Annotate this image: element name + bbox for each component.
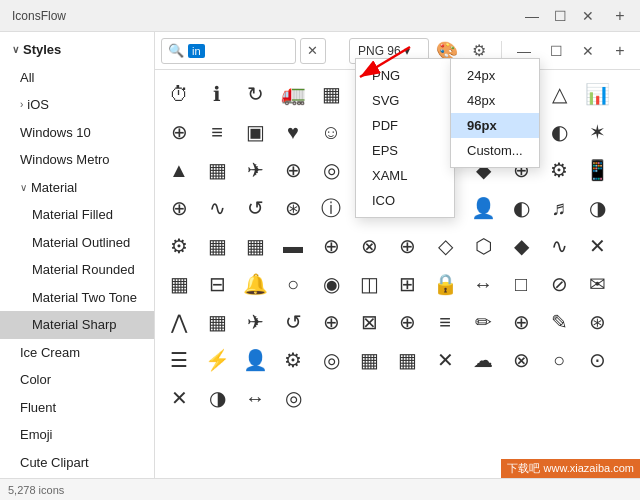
sidebar-item-material-outlined[interactable]: Material Outlined xyxy=(0,229,154,257)
sidebar-item-material-two-tone[interactable]: Material Two Tone xyxy=(0,284,154,312)
icon-cell[interactable]: ▦ xyxy=(199,304,235,340)
sidebar-item-material-filled[interactable]: Material Filled xyxy=(0,201,154,229)
format-ico[interactable]: ICO xyxy=(356,188,454,213)
icon-cell[interactable]: ⬡ xyxy=(465,228,501,264)
icon-cell[interactable]: ⊠ xyxy=(351,304,387,340)
sidebar-item-ice-cream[interactable]: Ice Cream xyxy=(0,339,154,367)
icon-cell[interactable]: ◎ xyxy=(313,342,349,378)
search-input[interactable] xyxy=(209,44,289,58)
icon-cell[interactable]: ◑ xyxy=(579,190,615,226)
icon-cell[interactable]: ↔ xyxy=(237,380,273,416)
icon-cell[interactable]: ☰ xyxy=(161,342,197,378)
icon-cell[interactable]: ✏ xyxy=(465,304,501,340)
icon-cell[interactable]: ↺ xyxy=(275,304,311,340)
sidebar-item-emoji[interactable]: Emoji xyxy=(0,421,154,449)
icon-cell[interactable]: ✶ xyxy=(579,114,615,150)
icon-cell[interactable]: ✕ xyxy=(161,380,197,416)
icon-cell[interactable]: ≡ xyxy=(199,114,235,150)
icon-cell[interactable]: ⊕ xyxy=(389,228,425,264)
icon-cell[interactable]: ▬ xyxy=(275,228,311,264)
search-box[interactable]: 🔍 in xyxy=(161,38,296,64)
sidebar-item-all[interactable]: All xyxy=(0,64,154,92)
icon-cell[interactable]: ☁ xyxy=(465,342,501,378)
icon-cell[interactable]: ↺ xyxy=(237,190,273,226)
icon-cell[interactable]: ⊛ xyxy=(275,190,311,226)
icon-cell[interactable]: ▦ xyxy=(237,228,273,264)
icon-cell[interactable]: ⊕ xyxy=(503,304,539,340)
sidebar-item-ios[interactable]: › iOS xyxy=(0,91,154,119)
sidebar-item-color[interactable]: Color xyxy=(0,366,154,394)
minimize-button[interactable]: — xyxy=(518,2,546,30)
sidebar-styles-header[interactable]: ∨ Styles xyxy=(0,36,154,64)
icon-cell[interactable]: ⋀ xyxy=(161,304,197,340)
icon-cell[interactable]: ◇ xyxy=(427,228,463,264)
icon-cell[interactable]: ▦ xyxy=(161,266,197,302)
sidebar-item-material-sharp[interactable]: Material Sharp xyxy=(0,311,154,339)
format-xaml[interactable]: XAML xyxy=(356,163,454,188)
icon-cell[interactable]: ◐ xyxy=(541,114,577,150)
icon-cell[interactable]: ◑ xyxy=(199,380,235,416)
icon-cell[interactable]: 🔔 xyxy=(237,266,273,302)
icon-cell[interactable]: ⊗ xyxy=(351,228,387,264)
icon-cell[interactable]: ♬ xyxy=(541,190,577,226)
format-eps[interactable]: EPS xyxy=(356,138,454,163)
icon-cell[interactable]: ⊕ xyxy=(161,114,197,150)
icon-cell[interactable]: ✕ xyxy=(579,228,615,264)
icon-cell[interactable]: 📱 xyxy=(579,152,615,188)
icon-cell[interactable]: ⊛ xyxy=(579,304,615,340)
icon-cell[interactable]: ▣ xyxy=(237,114,273,150)
icon-cell[interactable]: ⓘ xyxy=(313,190,349,226)
icon-cell[interactable]: ✉ xyxy=(579,266,615,302)
toolbar-add-button[interactable]: + xyxy=(606,37,634,65)
icon-cell[interactable]: ◐ xyxy=(503,190,539,226)
icon-cell[interactable]: ○ xyxy=(275,266,311,302)
icon-cell[interactable]: ⚡ xyxy=(199,342,235,378)
icon-cell[interactable]: ⊕ xyxy=(275,152,311,188)
icon-cell[interactable]: ⊟ xyxy=(199,266,235,302)
icon-cell[interactable]: ▦ xyxy=(199,228,235,264)
add-button[interactable]: + xyxy=(606,2,634,30)
icon-cell[interactable]: ⊕ xyxy=(161,190,197,226)
icon-cell[interactable]: ◆ xyxy=(503,228,539,264)
toolbar-maximize-button[interactable]: ☐ xyxy=(542,37,570,65)
icon-cell[interactable]: ⊗ xyxy=(503,342,539,378)
size-custom[interactable]: Custom... xyxy=(451,138,539,163)
icon-cell[interactable]: 🚛 xyxy=(275,76,311,112)
icon-cell[interactable]: ♥ xyxy=(275,114,311,150)
icon-cell[interactable]: ▲ xyxy=(161,152,197,188)
size-48px[interactable]: 48px xyxy=(451,88,539,113)
icon-cell[interactable]: ∿ xyxy=(199,190,235,226)
icon-cell[interactable]: ⊕ xyxy=(313,304,349,340)
icon-cell[interactable]: ✈ xyxy=(237,152,273,188)
icon-cell[interactable]: ≡ xyxy=(427,304,463,340)
sidebar-item-fluent[interactable]: Fluent xyxy=(0,394,154,422)
icon-cell[interactable]: ⊕ xyxy=(389,304,425,340)
sidebar-item-windows-metro[interactable]: Windows Metro xyxy=(0,146,154,174)
maximize-button[interactable]: ☐ xyxy=(546,2,574,30)
icon-cell[interactable]: ✕ xyxy=(427,342,463,378)
icon-cell[interactable]: ✈ xyxy=(237,304,273,340)
icon-cell[interactable]: ⏱ xyxy=(161,76,197,112)
icon-cell[interactable]: ↻ xyxy=(237,76,273,112)
sidebar-item-material[interactable]: ∨ Material xyxy=(0,174,154,202)
icon-cell[interactable]: ◎ xyxy=(313,152,349,188)
sidebar-item-material-rounded[interactable]: Material Rounded xyxy=(0,256,154,284)
icon-cell[interactable]: △ xyxy=(541,76,577,112)
size-24px[interactable]: 24px xyxy=(451,63,539,88)
icon-cell[interactable]: ◉ xyxy=(313,266,349,302)
icon-cell[interactable]: ⊙ xyxy=(579,342,615,378)
icon-cell[interactable]: ↔ xyxy=(465,266,501,302)
icon-cell[interactable]: ✎ xyxy=(541,304,577,340)
icon-cell[interactable]: ▦ xyxy=(351,342,387,378)
icon-cell[interactable]: □ xyxy=(503,266,539,302)
sidebar-item-windows10[interactable]: Windows 10 xyxy=(0,119,154,147)
icon-cell[interactable]: ℹ xyxy=(199,76,235,112)
format-png[interactable]: PNG xyxy=(356,63,454,88)
icon-cell[interactable]: ○ xyxy=(541,342,577,378)
icon-cell[interactable]: ∿ xyxy=(541,228,577,264)
icon-cell[interactable]: 👤 xyxy=(465,190,501,226)
icon-cell[interactable]: ◎ xyxy=(275,380,311,416)
icon-cell[interactable]: ▦ xyxy=(389,342,425,378)
format-svg[interactable]: SVG xyxy=(356,88,454,113)
icon-cell[interactable]: ☺ xyxy=(313,114,349,150)
